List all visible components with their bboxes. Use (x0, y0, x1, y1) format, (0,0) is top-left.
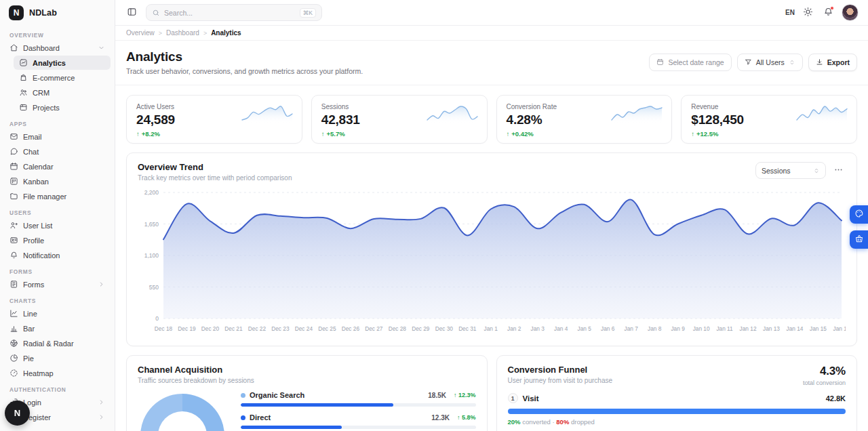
svg-text:Dec 20: Dec 20 (201, 325, 220, 332)
svg-text:Jan 7: Jan 7 (625, 325, 639, 332)
folder-icon (9, 192, 18, 201)
svg-text:Dec 19: Dec 19 (178, 325, 196, 332)
sidebar-item-label: CRM (33, 89, 50, 97)
sidebar-item-kanban[interactable]: Kanban (4, 174, 111, 188)
sidebar-item-chat[interactable]: Chat (4, 144, 111, 159)
ellipsis-icon (833, 165, 844, 177)
channel-subtitle: Traffic sources breakdown by sessions (138, 377, 254, 384)
sidebar-item-email[interactable]: Email (4, 129, 111, 144)
brand[interactable]: N NDLab (0, 0, 115, 26)
sidebar-item-label: Chat (23, 148, 39, 156)
sidebar-item-calendar[interactable]: Calendar (4, 159, 111, 173)
brand-logo: N (9, 5, 24, 20)
sidebar-item-label: Radial & Radar (23, 340, 74, 348)
theme-toggle-button[interactable] (801, 5, 815, 21)
search-icon (152, 9, 160, 17)
svg-text:Jan 13: Jan 13 (763, 325, 780, 332)
svg-text:Dec 27: Dec 27 (365, 325, 383, 332)
svg-text:Dec 28: Dec 28 (389, 325, 407, 332)
sidebar-item-bar[interactable]: Bar (4, 321, 111, 335)
sidebar-item-file-manager[interactable]: File manager (4, 189, 111, 203)
user-filter-button[interactable]: All Users (737, 54, 803, 71)
sidebar-item-crm[interactable]: CRM (14, 85, 111, 100)
sidebar-item-label: Dashboard (23, 44, 60, 52)
topbar: ⌘K EN (115, 0, 868, 26)
sidebar-item-pie[interactable]: Pie (4, 351, 111, 365)
sidebar-toggle-button[interactable] (125, 5, 139, 21)
stat-change: ↑+0.42% (507, 130, 663, 138)
more-options-button[interactable] (831, 163, 846, 179)
sidebar-section-authentication: AUTHENTICATION (9, 386, 105, 393)
sidebar-item-profile[interactable]: Profile (4, 233, 111, 247)
sidebar-item-label: Email (23, 133, 42, 141)
sidebar-item-forms[interactable]: Forms (4, 277, 111, 291)
trend-title: Overview Trend (138, 162, 292, 172)
language-button[interactable]: EN (785, 9, 795, 16)
home-icon (9, 43, 18, 52)
channel-list: Organic Search18.5K↑ 12.3%Direct12.3K↑ 5… (229, 391, 476, 431)
main-column: ⌘K EN Overview > Dashboard > Analytics A… (115, 0, 868, 431)
page-header: Analytics Track user behavior, conversio… (115, 41, 868, 85)
sidebar-section-users: USERS (9, 209, 105, 216)
page-title: Analytics (126, 49, 363, 64)
chevrons-up-down-icon (789, 59, 795, 66)
chat-icon (9, 147, 18, 156)
user-filter-label: All Users (756, 58, 785, 66)
svg-text:Dec 31: Dec 31 (458, 325, 477, 332)
sidebar-item-heatmap[interactable]: Heatmap (4, 366, 111, 380)
svg-text:1,650: 1,650 (144, 221, 159, 228)
customizer-fab[interactable] (850, 205, 868, 224)
edge-fabs (850, 205, 868, 249)
svg-text:Jan 16: Jan 16 (833, 325, 846, 332)
channel-title: Channel Acquisition (138, 365, 254, 375)
step-name: Visit (523, 394, 539, 403)
line-chart-icon (9, 309, 18, 318)
sidebar-item-dashboard[interactable]: Dashboard (4, 41, 111, 55)
stat-card-sessions: Sessions42,831↑+5.7% (311, 95, 488, 144)
arrow-up-icon: ↑ (691, 130, 694, 138)
channel-name: Organic Search (250, 391, 304, 399)
search-box[interactable]: ⌘K (146, 4, 322, 21)
sidebar-item-label: Profile (23, 237, 44, 245)
channel-change: ↑ 5.8% (457, 414, 476, 421)
step-bar (508, 409, 846, 414)
svg-text:Jan 1: Jan 1 (484, 325, 498, 332)
export-button[interactable]: Export (808, 54, 857, 71)
sidebar-item-e-commerce[interactable]: E-commerce (14, 70, 111, 85)
notifications-button[interactable] (821, 5, 835, 21)
funnel-steps: 1Visit42.8K20% converted · 80% dropped (508, 393, 846, 426)
sidebar-item-notification[interactable]: Notification (4, 248, 111, 262)
sidebar-item-analytics[interactable]: Analytics (14, 56, 111, 70)
breadcrumb-dashboard[interactable]: Dashboard (166, 29, 199, 37)
search-input[interactable] (164, 9, 296, 17)
date-range-button[interactable]: Select date range (649, 54, 731, 71)
funnel-total: 4.3% total conversion (803, 365, 846, 386)
sidebar-item-line[interactable]: Line (4, 306, 111, 321)
stat-change: ↑+12.5% (691, 130, 847, 138)
stat-sparkline (241, 104, 294, 124)
funnel-step-visit: 1Visit42.8K20% converted · 80% dropped (508, 393, 846, 426)
cart-fab[interactable] (850, 230, 868, 249)
arrow-up-icon: ↑ (507, 130, 510, 138)
sidebar-item-label: Pie (23, 354, 34, 363)
breadcrumb-overview[interactable]: Overview (126, 29, 155, 37)
sidebar-item-projects[interactable]: Projects (14, 100, 111, 115)
chevron-down-icon (98, 44, 105, 52)
sidebar-item-label: Calendar (23, 163, 54, 171)
user-avatar[interactable] (842, 4, 859, 21)
topbar-right: EN (785, 4, 859, 21)
sun-icon (803, 7, 813, 19)
channel-value: 12.3K (431, 414, 450, 422)
funnel-total-value: 4.3% (803, 365, 846, 378)
funnel-title: Conversion Funnel (508, 365, 613, 375)
step-index: 1 (508, 393, 518, 403)
arrow-up-icon: ↑ (321, 130, 325, 138)
step-value: 42.8K (826, 394, 846, 403)
sidebar-item-radial-radar[interactable]: Radial & Radar (4, 336, 111, 350)
sidebar-item-user-list[interactable]: User List (4, 218, 111, 232)
metric-select[interactable]: Sessions (755, 162, 826, 179)
series-color-dot (241, 415, 245, 420)
assistant-fab[interactable]: N (5, 401, 30, 426)
breadcrumb-separator: > (159, 30, 162, 37)
export-label: Export (827, 58, 850, 66)
